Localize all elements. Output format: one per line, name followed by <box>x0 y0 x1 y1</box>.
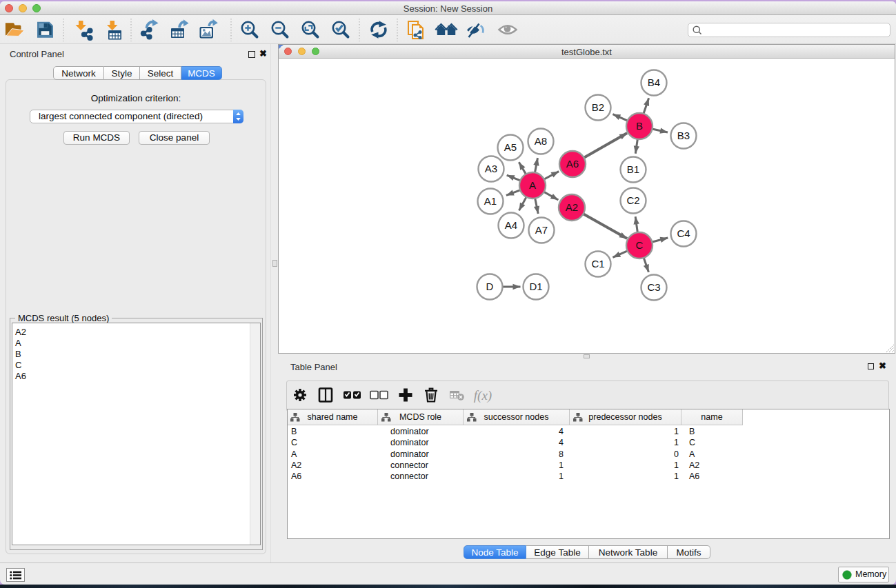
svg-text:B4: B4 <box>648 77 660 88</box>
svg-text:C3: C3 <box>647 281 660 293</box>
svg-text:A3: A3 <box>485 163 497 174</box>
svg-text:A8: A8 <box>535 135 547 147</box>
svg-text:B: B <box>636 120 643 132</box>
svg-text:C2: C2 <box>626 194 639 206</box>
svg-text:A4: A4 <box>505 219 517 231</box>
svg-text:A2: A2 <box>566 201 578 213</box>
svg-text:D: D <box>486 281 494 292</box>
svg-text:A7: A7 <box>535 224 548 236</box>
svg-text:C: C <box>636 239 644 251</box>
svg-text:B2: B2 <box>592 101 604 113</box>
svg-text:C1: C1 <box>591 258 604 270</box>
svg-text:f(x): f(x) <box>474 388 492 403</box>
svg-text:A: A <box>529 179 536 191</box>
svg-text:C4: C4 <box>677 227 690 239</box>
svg-text:A6: A6 <box>566 158 579 170</box>
svg-text:A5: A5 <box>504 141 517 153</box>
svg-text:B3: B3 <box>677 130 690 141</box>
svg-text:A1: A1 <box>484 195 497 207</box>
svg-text:D1: D1 <box>529 281 542 292</box>
svg-text:B1: B1 <box>627 163 639 175</box>
